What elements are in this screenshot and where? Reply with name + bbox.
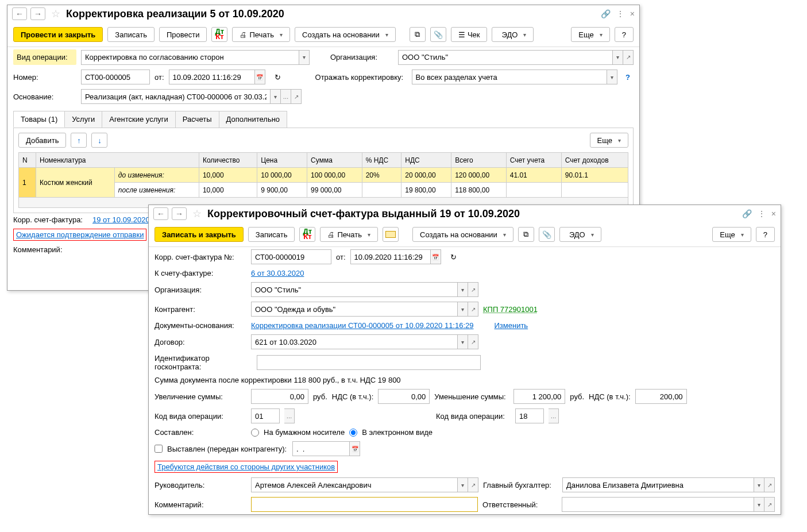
edo-button[interactable]: ЭДО <box>559 227 601 242</box>
org-open[interactable]: ↗ <box>468 282 478 297</box>
date-picker-icon[interactable]: 📅 <box>255 70 265 84</box>
inc-input[interactable] <box>251 389 308 404</box>
docbase-link[interactable]: Корректировка реализации СТ00-000005 от … <box>251 321 474 330</box>
dtkt-button[interactable]: ДтКт <box>211 27 227 42</box>
optype-input[interactable] <box>81 50 299 65</box>
nav-back-button[interactable]: ← <box>12 7 27 20</box>
comment-input[interactable] <box>251 497 478 512</box>
post-and-close-button[interactable]: Провести и закрыть <box>13 27 103 42</box>
structure-button[interactable]: ⧉ <box>518 227 534 242</box>
add-button[interactable]: Добавить <box>18 133 66 148</box>
org-input[interactable] <box>398 50 613 65</box>
move-down-button[interactable]: ↓ <box>91 133 107 148</box>
change-link[interactable]: Изменить <box>495 321 528 330</box>
star-icon[interactable]: ☆ <box>49 7 63 20</box>
inc-vat-input[interactable] <box>378 389 430 404</box>
org-input[interactable] <box>251 282 458 297</box>
link-icon[interactable]: 🔗 <box>742 209 752 218</box>
tab-agent[interactable]: Агентские услуги <box>102 111 176 128</box>
num-input[interactable] <box>81 70 150 84</box>
link-icon[interactable]: 🔗 <box>601 9 611 18</box>
envelope-button[interactable] <box>383 227 399 242</box>
num-input[interactable] <box>251 249 331 264</box>
code1-input[interactable] <box>251 408 280 423</box>
chk-button[interactable]: ☰Чек <box>451 27 488 42</box>
dec-vat-input[interactable] <box>635 389 687 404</box>
menu-icon[interactable]: ⋮ <box>758 209 766 218</box>
corrsf-link[interactable]: 19 от 10.09.2020 <box>92 215 150 224</box>
head-open[interactable]: ↗ <box>468 477 478 492</box>
tab-services[interactable]: Услуги <box>64 111 102 128</box>
status-link[interactable]: Ожидается подтверждение отправки <box>16 230 144 239</box>
save-and-close-button[interactable]: Записать и закрыть <box>155 227 244 242</box>
resp-dropdown[interactable]: ▾ <box>754 497 764 512</box>
attach-button[interactable]: 📎 <box>539 227 555 242</box>
nav-forward-button[interactable]: → <box>172 207 187 220</box>
head-dropdown[interactable]: ▾ <box>458 477 468 492</box>
create-based-button[interactable]: Создать на основании <box>295 27 396 42</box>
issued-date-picker-icon[interactable]: 📅 <box>350 441 360 456</box>
code2-select[interactable]: … <box>549 408 559 423</box>
reflect-dropdown[interactable]: ▾ <box>607 70 617 84</box>
radio-paper[interactable] <box>251 429 259 437</box>
accountant-open[interactable]: ↗ <box>764 477 775 492</box>
star-icon[interactable]: ☆ <box>190 207 204 220</box>
code1-select[interactable]: … <box>284 408 295 423</box>
refresh-icon[interactable]: ↻ <box>446 249 462 264</box>
org-dropdown[interactable]: ▾ <box>458 282 468 297</box>
gosid-input[interactable] <box>257 355 481 370</box>
structure-button[interactable]: ⧉ <box>410 27 426 42</box>
radio-elec[interactable] <box>349 429 357 437</box>
date-input[interactable] <box>169 70 255 84</box>
contr-open[interactable]: ↗ <box>468 302 478 317</box>
menu-icon[interactable]: ⋮ <box>616 9 624 18</box>
kpp-link[interactable]: КПП 772901001 <box>483 305 538 314</box>
code2-input[interactable] <box>515 408 544 423</box>
dtkt-button[interactable]: ДтКт <box>299 227 315 242</box>
move-up-button[interactable]: ↑ <box>71 133 87 148</box>
date-input[interactable] <box>350 249 431 264</box>
base-open[interactable]: ↗ <box>291 89 302 104</box>
reflect-icon[interactable]: ↻ <box>270 70 286 84</box>
contr-input[interactable] <box>251 302 458 317</box>
tosf-link[interactable]: 6 от 30.03.2020 <box>251 269 304 277</box>
post-button[interactable]: Провести <box>159 27 207 42</box>
resp-input[interactable] <box>562 497 754 512</box>
edo-button[interactable]: ЭДО <box>492 27 534 42</box>
help-button[interactable]: ? <box>756 227 775 242</box>
base-input[interactable] <box>81 89 271 104</box>
save-button[interactable]: Записать <box>107 27 155 42</box>
accountant-input[interactable] <box>562 477 754 492</box>
more-button[interactable]: Еще <box>712 227 751 242</box>
tab-extra[interactable]: Дополнительно <box>219 111 288 128</box>
help-link[interactable]: ? <box>622 73 634 82</box>
close-icon[interactable]: × <box>771 209 776 218</box>
table-more-button[interactable]: Еще <box>590 133 628 148</box>
nav-forward-button[interactable]: → <box>30 7 45 20</box>
org-open[interactable]: ↗ <box>623 50 634 65</box>
help-button[interactable]: ? <box>615 27 634 42</box>
print-button[interactable]: 🖨Печать <box>232 27 290 42</box>
contract-input[interactable] <box>251 334 458 349</box>
more-button[interactable]: Еще <box>571 27 609 42</box>
head-input[interactable] <box>251 477 458 492</box>
resp-open[interactable]: ↗ <box>764 497 775 512</box>
issued-date-input[interactable] <box>292 441 350 456</box>
table-row[interactable]: 1 Костюм женский до изменения: 10,000 10… <box>19 168 628 183</box>
close-icon[interactable]: × <box>630 9 635 18</box>
accountant-dropdown[interactable]: ▾ <box>754 477 764 492</box>
tab-calc[interactable]: Расчеты <box>175 111 219 128</box>
print-button[interactable]: 🖨Печать <box>320 227 378 242</box>
create-based-button[interactable]: Создать на основании <box>412 227 513 242</box>
save-button[interactable]: Записать <box>248 227 295 242</box>
reflect-input[interactable] <box>412 70 608 84</box>
issued-checkbox[interactable] <box>155 445 163 453</box>
status-link[interactable]: Требуются действия со стороны других уча… <box>157 462 335 471</box>
contract-open[interactable]: ↗ <box>468 334 478 349</box>
dec-input[interactable] <box>513 389 565 404</box>
contract-dropdown[interactable]: ▾ <box>458 334 468 349</box>
contr-dropdown[interactable]: ▾ <box>458 302 468 317</box>
attach-button[interactable]: 📎 <box>430 27 446 42</box>
tab-goods[interactable]: Товары (1) <box>13 111 65 128</box>
nav-back-button[interactable]: ← <box>153 207 168 220</box>
